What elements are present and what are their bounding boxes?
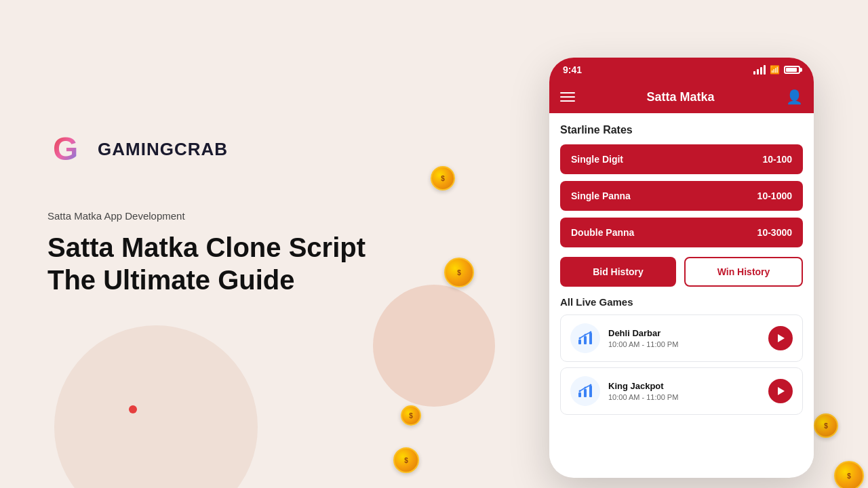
coin-decoration-7: [834, 461, 864, 488]
rate-value-double-panna: 10-3000: [757, 227, 792, 238]
play-triangle-icon-1: [778, 334, 785, 342]
svg-rect-9: [589, 386, 592, 397]
red-dot-decoration: [129, 405, 137, 413]
rate-value-single-digit: 10-100: [762, 154, 792, 165]
bg-circle-left: [54, 325, 258, 488]
svg-point-5: [585, 334, 587, 336]
svg-text:G: G: [53, 131, 78, 167]
game-card-king-jackpot: King Jackpot 10:00 AM - 11:00 PM: [560, 367, 803, 415]
svg-rect-8: [584, 389, 587, 397]
rate-card-double-panna: Double Panna 10-3000: [560, 218, 803, 247]
rate-card-single-panna: Single Panna 10-1000: [560, 181, 803, 211]
game-card-dehli-darbar: Dehli Darbar 10:00 AM - 11:00 PM: [560, 314, 803, 362]
play-button-1[interactable]: [768, 326, 793, 350]
svg-rect-2: [584, 336, 587, 344]
logo-text: GAMINGCRAB: [98, 139, 228, 160]
svg-point-10: [579, 390, 581, 392]
subtitle-label: Satta Matka App Development: [47, 210, 414, 222]
rate-label-single-digit: Single Digit: [571, 154, 623, 165]
coin-decoration-3: [393, 447, 419, 473]
game-time-1: 10:00 AM - 11:00 PM: [608, 340, 760, 348]
rate-card-single-digit: Single Digit 10-100: [560, 144, 803, 174]
chart-up-icon: [577, 330, 593, 346]
rate-label-double-panna: Double Panna: [571, 227, 634, 238]
nav-title: Satta Matka: [646, 90, 714, 104]
logo-icon: G: [47, 129, 88, 169]
starline-rates-title: Starline Rates: [560, 124, 803, 136]
game-name-1: Dehli Darbar: [608, 328, 760, 338]
main-title: Satta Matka Clone Script The Ultimate Gu…: [47, 231, 414, 296]
coin-decoration-6: [814, 413, 838, 438]
starline-rates-section: Starline Rates Single Digit 10-100 Singl…: [560, 124, 803, 247]
phone-frame: 9:41 📶 Satta Matka 👤 Starlin: [549, 58, 814, 478]
bid-history-button[interactable]: Bid History: [560, 257, 676, 287]
chart-icon-2: [577, 383, 593, 399]
signal-icon: [753, 65, 766, 75]
battery-icon: [784, 66, 800, 74]
status-icons: 📶: [753, 65, 800, 75]
game-info-1: Dehli Darbar 10:00 AM - 11:00 PM: [608, 328, 760, 348]
phone-mockup: 9:41 📶 Satta Matka 👤 Starlin: [549, 58, 814, 478]
left-content: G GAMINGCRAB Satta Matka App Development…: [47, 129, 414, 296]
live-games-title: All Live Games: [560, 296, 803, 308]
game-icon-wrap-2: [570, 376, 600, 406]
rate-label-single-panna: Single Panna: [571, 190, 631, 201]
game-time-2: 10:00 AM - 11:00 PM: [608, 393, 760, 401]
user-profile-icon[interactable]: 👤: [786, 89, 803, 105]
game-info-2: King Jackpot 10:00 AM - 11:00 PM: [608, 381, 760, 401]
coin-decoration-8: [401, 405, 421, 426]
play-triangle-icon-2: [778, 387, 785, 395]
game-name-2: King Jackpot: [608, 381, 760, 391]
win-history-button[interactable]: Win History: [684, 257, 803, 287]
hamburger-menu[interactable]: [560, 92, 575, 102]
live-games-section: All Live Games: [560, 296, 803, 415]
nav-bar: Satta Matka 👤: [549, 81, 814, 113]
play-button-2[interactable]: [768, 379, 793, 403]
svg-rect-3: [589, 333, 592, 344]
svg-rect-1: [578, 340, 581, 344]
svg-point-12: [590, 384, 592, 386]
history-buttons: Bid History Win History: [560, 257, 803, 287]
rate-value-single-panna: 10-1000: [757, 190, 792, 201]
svg-point-4: [579, 338, 581, 340]
wifi-icon: 📶: [770, 65, 780, 75]
logo-area: G GAMINGCRAB: [47, 129, 414, 169]
game-icon-wrap-1: [570, 323, 600, 353]
status-bar: 9:41 📶: [549, 58, 814, 81]
coin-decoration-2: [444, 258, 474, 287]
bg-circle-small: [373, 285, 495, 407]
phone-content: Starline Rates Single Digit 10-100 Singl…: [549, 113, 814, 472]
svg-rect-7: [578, 392, 581, 397]
status-time: 9:41: [563, 64, 582, 75]
coin-decoration-1: [431, 166, 455, 190]
svg-point-11: [585, 387, 587, 389]
svg-point-6: [590, 331, 592, 333]
